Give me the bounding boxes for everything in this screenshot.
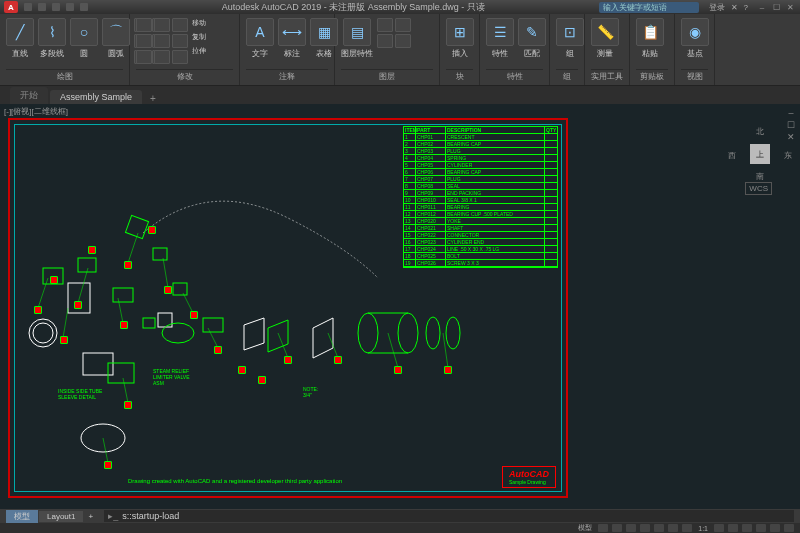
svg-line-35	[103, 438, 108, 463]
polar-toggle-icon[interactable]	[640, 524, 650, 532]
viewport-label[interactable]: [-][俯视][二维线框]	[4, 106, 68, 117]
viewcube-face[interactable]: 上	[750, 144, 770, 164]
svg-line-30	[388, 333, 398, 368]
exchange-icon[interactable]: ✕	[731, 3, 738, 12]
status-bar: 模型 1:1	[0, 523, 800, 533]
panel-group: ⊡组 组	[550, 14, 585, 85]
svg-line-28	[278, 333, 288, 358]
assembly-svg	[8, 118, 568, 498]
status-scale[interactable]: 1:1	[696, 525, 710, 532]
new-tab-button[interactable]: +	[144, 93, 162, 104]
balloon	[34, 306, 42, 314]
svg-line-31	[443, 333, 448, 368]
balloon	[124, 261, 132, 269]
qat-save-icon[interactable]	[52, 3, 60, 11]
customize-icon[interactable]	[784, 524, 794, 532]
balloon	[190, 311, 198, 319]
file-tab-assembly[interactable]: Assembly Sample	[50, 90, 142, 104]
osnap-toggle-icon[interactable]	[654, 524, 664, 532]
app-menu-button[interactable]: A	[4, 1, 18, 13]
layout1-tab[interactable]: Layout1	[39, 511, 83, 522]
note-2: STEAM RELIEF LIMITER VALVE ASM	[153, 368, 190, 386]
panel-layers: ▤图层特性 图层	[335, 14, 440, 85]
qat-new-icon[interactable]	[24, 3, 32, 11]
copy-tool[interactable]	[136, 34, 152, 48]
insert-tool[interactable]: ⊞	[446, 18, 474, 46]
isolate-icon[interactable]	[756, 524, 766, 532]
vp-close-icon[interactable]: ✕	[786, 132, 796, 142]
svg-line-27	[208, 328, 218, 348]
svg-line-26	[183, 293, 193, 313]
snap-toggle-icon[interactable]	[612, 524, 622, 532]
clean-screen-icon[interactable]	[770, 524, 780, 532]
layer-iso[interactable]	[377, 18, 393, 32]
viewcube[interactable]: 北 西 东 南 上	[740, 134, 780, 174]
svg-line-24	[128, 233, 138, 263]
qat-open-icon[interactable]	[38, 3, 46, 11]
panel-utilities: 📏测量 实用工具	[585, 14, 630, 85]
ortho-toggle-icon[interactable]	[626, 524, 636, 532]
rotate-tool[interactable]	[154, 18, 170, 32]
login-link[interactable]: 登录	[709, 2, 725, 13]
command-prefix: ▸_	[108, 511, 118, 521]
maximize-button[interactable]: ☐	[770, 2, 782, 12]
dim-tool[interactable]: ⟷	[278, 18, 306, 46]
vp-minimize-icon[interactable]: –	[786, 108, 796, 118]
text-tool[interactable]: A	[246, 18, 274, 46]
qat-redo-icon[interactable]	[80, 3, 88, 11]
workspace[interactable]: [-][俯视][二维线框] – ☐ ✕ ITEMPART NUMBERDESCR…	[0, 104, 800, 509]
measure-tool[interactable]: 📏	[591, 18, 619, 46]
mirror-tool[interactable]	[154, 34, 170, 48]
wcs-label[interactable]: WCS	[745, 182, 772, 195]
add-layout-button[interactable]: +	[84, 511, 97, 522]
paste-tool[interactable]: 📋	[636, 18, 664, 46]
command-line[interactable]: ▸_ s::startup-load	[104, 510, 794, 522]
arc-tool[interactable]: ⌒	[102, 18, 130, 46]
svg-rect-10	[113, 288, 133, 302]
layer-lock[interactable]	[395, 34, 411, 48]
status-model[interactable]: 模型	[576, 523, 594, 533]
hardware-accel-icon[interactable]	[742, 524, 752, 532]
match-tool[interactable]: ✎	[518, 18, 546, 46]
props-tool[interactable]: ☰	[486, 18, 514, 46]
move-tool[interactable]	[136, 18, 152, 32]
svg-point-14	[162, 323, 194, 343]
line-tool[interactable]: ╱	[6, 18, 34, 46]
close-button[interactable]: ✕	[784, 2, 796, 12]
search-input[interactable]: 输入关键字或短语	[599, 2, 699, 13]
drawing-canvas[interactable]: ITEMPART NUMBERDESCRIPTIONQTY 1CHP01CRES…	[8, 118, 568, 498]
stretch-tool[interactable]	[136, 50, 152, 64]
balloon	[258, 376, 266, 384]
svg-line-23	[78, 268, 88, 303]
fillet-tool[interactable]	[172, 34, 188, 48]
minimize-button[interactable]: –	[756, 2, 768, 12]
balloon	[284, 356, 292, 364]
trim-tool[interactable]	[172, 18, 188, 32]
panel-draw: ╱直线 ⌇多段线 ○圆 ⌒圆弧 绘图	[0, 14, 130, 85]
grid-toggle-icon[interactable]	[598, 524, 608, 532]
note-3: NOTE: 3/4"	[303, 386, 318, 398]
basepoint-tool[interactable]: ◉	[681, 18, 709, 46]
vp-restore-icon[interactable]: ☐	[786, 120, 796, 130]
autocad-logo: AutoCAD	[509, 469, 549, 479]
layer-freeze[interactable]	[377, 34, 393, 48]
annotation-scale-icon[interactable]	[714, 524, 724, 532]
window-controls: – ☐ ✕	[756, 2, 796, 12]
model-tab[interactable]: 模型	[6, 510, 38, 523]
polyline-tool[interactable]: ⌇	[38, 18, 66, 46]
layer-props-tool[interactable]: ▤	[343, 18, 371, 46]
workspace-switch-icon[interactable]	[728, 524, 738, 532]
otrack-toggle-icon[interactable]	[668, 524, 678, 532]
qat-undo-icon[interactable]	[66, 3, 74, 11]
file-tab-start[interactable]: 开始	[10, 87, 48, 104]
help-icon[interactable]: ?	[744, 3, 748, 12]
viewport-controls: – ☐ ✕	[786, 108, 796, 142]
array-tool[interactable]	[172, 50, 188, 64]
layer-off[interactable]	[395, 18, 411, 32]
panel-annotate: A文字 ⟷标注 ▦表格 注释	[240, 14, 335, 85]
scale-tool[interactable]	[154, 50, 170, 64]
lwt-toggle-icon[interactable]	[682, 524, 692, 532]
table-tool[interactable]: ▦	[310, 18, 338, 46]
group-tool[interactable]: ⊡	[556, 18, 584, 46]
circle-tool[interactable]: ○	[70, 18, 98, 46]
